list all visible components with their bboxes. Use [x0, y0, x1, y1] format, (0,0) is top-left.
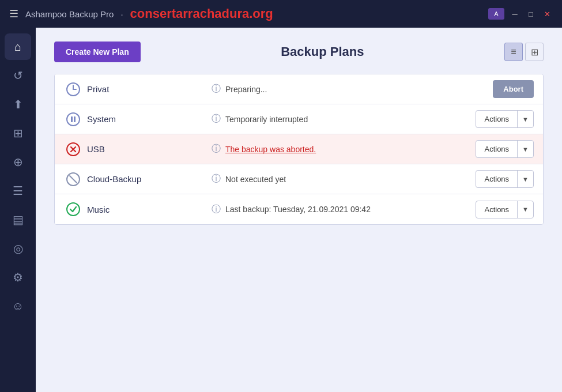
- svg-point-1: [67, 113, 80, 126]
- create-new-plan-button[interactable]: Create New Plan: [54, 42, 141, 62]
- search-icon: ⊕: [13, 155, 23, 169]
- cloud-backup-info-icon[interactable]: ⓘ: [209, 173, 223, 185]
- plan-row-usb: USB ⓘ The backup was aborted. Actions ▼: [55, 134, 543, 164]
- sidebar-item-backup[interactable]: ↺: [5, 62, 31, 89]
- section-title: Backup Plans: [141, 44, 504, 59]
- menu-icon[interactable]: ☰: [9, 7, 18, 20]
- sidebar: ⌂ ↺ ⬆ ⊞ ⊕ ☰ ▤ ◎ ⚙ ☺: [0, 28, 36, 392]
- sidebar-item-upload[interactable]: ⬆: [5, 91, 31, 118]
- music-name: Music: [82, 205, 209, 214]
- tasks-icon: ☰: [13, 184, 23, 198]
- app-title: Ashampoo Backup Pro: [25, 9, 114, 19]
- sidebar-item-drive[interactable]: ▤: [5, 206, 31, 233]
- cloud-backup-actions-label: Actions: [476, 171, 518, 187]
- system-actions-chevron-icon: ▼: [518, 112, 533, 127]
- cloud-backup-actions-button[interactable]: Actions ▼: [476, 170, 534, 188]
- home-icon: ⌂: [14, 40, 21, 54]
- usb-status[interactable]: The backup was aborted.: [223, 145, 476, 154]
- svg-rect-2: [71, 116, 73, 122]
- sidebar-item-account[interactable]: ☺: [5, 293, 31, 319]
- system-name: System: [82, 114, 209, 124]
- window-controls: A ─ □ ✕: [488, 8, 553, 20]
- plan-row-privat: Privat ⓘ Preparing... Abort: [55, 74, 543, 104]
- grid-view-button[interactable]: ⊞: [525, 43, 544, 61]
- svg-point-9: [67, 203, 80, 216]
- music-actions-button[interactable]: Actions ▼: [476, 201, 534, 218]
- list-view-icon: ≡: [511, 47, 516, 57]
- app-icon-box: A: [488, 8, 504, 20]
- music-actions-label: Actions: [476, 201, 518, 218]
- title-bar: ☰ Ashampoo Backup Pro · consertarrachadu…: [0, 0, 562, 28]
- privat-status-icon: [64, 80, 82, 99]
- privat-abort-button[interactable]: Abort: [493, 80, 534, 98]
- cloud-backup-actions-chevron-icon: ▼: [518, 172, 533, 187]
- view-controls: ≡ ⊞: [504, 43, 544, 61]
- account-icon: ☺: [12, 300, 24, 313]
- usb-actions-button[interactable]: Actions ▼: [476, 140, 534, 158]
- grid-view-icon: ⊞: [531, 47, 538, 58]
- plan-row-cloud-backup: Cloud-Backup ⓘ Not executed yet Actions …: [55, 164, 543, 194]
- backup-icon: ↺: [13, 69, 23, 82]
- sidebar-item-restore[interactable]: ⊞: [5, 120, 31, 146]
- usb-info-icon[interactable]: ⓘ: [209, 143, 223, 155]
- usb-actions-label: Actions: [476, 141, 518, 157]
- restore-icon: ⊞: [13, 126, 23, 140]
- cloud-backup-status: Not executed yet: [223, 175, 476, 184]
- usb-status-icon: [64, 140, 82, 159]
- svg-line-8: [70, 176, 77, 183]
- plan-row-music: Music ⓘ Last backup: Tuesday, 21.09.2021…: [55, 194, 543, 224]
- svg-rect-3: [74, 116, 76, 122]
- close-button[interactable]: ✕: [541, 8, 553, 20]
- system-actions-button[interactable]: Actions ▼: [476, 110, 534, 128]
- usb-actions-chevron-icon: ▼: [518, 142, 533, 157]
- system-actions-label: Actions: [476, 111, 518, 127]
- upload-icon: ⬆: [13, 97, 23, 111]
- plan-row-system: System ⓘ Temporarily interrupted Actions…: [55, 104, 543, 134]
- minimize-button[interactable]: ─: [509, 8, 520, 20]
- settings-icon: ⚙: [13, 270, 23, 284]
- music-status: Last backup: Tuesday, 21.09.2021 09:42: [223, 205, 476, 214]
- title-separator: ·: [120, 9, 123, 19]
- privat-status: Preparing...: [223, 85, 493, 94]
- cloud-backup-name: Cloud-Backup: [82, 174, 209, 184]
- system-info-icon[interactable]: ⓘ: [209, 113, 223, 125]
- sidebar-item-home[interactable]: ⌂: [5, 33, 31, 60]
- profile-icon: ◎: [13, 242, 23, 255]
- content-area: Create New Plan Backup Plans ≡ ⊞: [36, 28, 562, 392]
- cloud-backup-status-icon: [64, 170, 82, 189]
- sidebar-item-settings[interactable]: ⚙: [5, 264, 31, 291]
- music-status-icon: [64, 200, 82, 218]
- sidebar-item-search[interactable]: ⊕: [5, 149, 31, 175]
- drive-icon: ▤: [13, 213, 24, 227]
- sidebar-item-profile[interactable]: ◎: [5, 235, 31, 262]
- app-icon: A: [494, 10, 498, 17]
- privat-name: Privat: [82, 84, 209, 94]
- privat-info-icon[interactable]: ⓘ: [209, 83, 223, 95]
- usb-name: USB: [82, 144, 209, 154]
- music-actions-chevron-icon: ▼: [518, 202, 533, 217]
- maximize-button[interactable]: □: [525, 8, 537, 20]
- music-info-icon[interactable]: ⓘ: [209, 203, 223, 216]
- sidebar-item-tasks[interactable]: ☰: [5, 178, 31, 204]
- list-view-button[interactable]: ≡: [504, 43, 523, 61]
- system-status: Temporarily interrupted: [223, 115, 476, 124]
- main-layout: ⌂ ↺ ⬆ ⊞ ⊕ ☰ ▤ ◎ ⚙ ☺ Create New: [0, 28, 562, 392]
- backup-plan-list: Privat ⓘ Preparing... Abort System ⓘ Tem…: [54, 74, 544, 225]
- system-status-icon: [64, 110, 82, 129]
- top-bar: Create New Plan Backup Plans ≡ ⊞: [54, 42, 544, 62]
- brand-title: consertarrachadura.org: [130, 6, 273, 21]
